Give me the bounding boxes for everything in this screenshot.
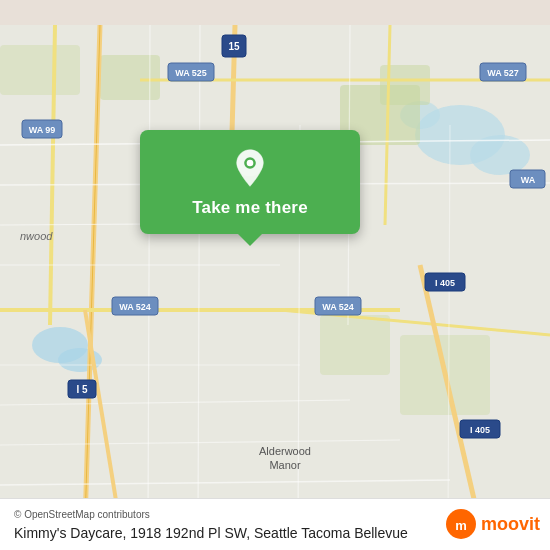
- take-me-there-popup[interactable]: Take me there: [140, 130, 360, 234]
- svg-text:nwood: nwood: [20, 230, 53, 242]
- moovit-logo: m moovit: [445, 508, 540, 540]
- take-me-there-button[interactable]: Take me there: [192, 198, 308, 218]
- svg-text:WA 524: WA 524: [119, 302, 151, 312]
- svg-text:Alderwood: Alderwood: [259, 445, 311, 457]
- svg-rect-8: [100, 55, 160, 100]
- svg-text:WA: WA: [521, 175, 536, 185]
- map-container: WA 525 WA 527 WA 99 15 WA 524 WA 524 I 4…: [0, 0, 550, 550]
- svg-rect-9: [0, 45, 80, 95]
- svg-text:WA 524: WA 524: [322, 302, 354, 312]
- svg-text:Manor: Manor: [269, 459, 301, 471]
- attribution-text: © OpenStreetMap contributors: [14, 509, 150, 520]
- svg-text:WA 527: WA 527: [487, 68, 519, 78]
- map-background: WA 525 WA 527 WA 99 15 WA 524 WA 524 I 4…: [0, 0, 550, 550]
- svg-rect-10: [320, 315, 390, 375]
- moovit-icon: m: [445, 508, 477, 540]
- svg-point-60: [247, 160, 254, 167]
- svg-text:WA 525: WA 525: [175, 68, 207, 78]
- location-title: Kimmy's Daycare, 1918 192nd Pl SW, Seatt…: [14, 525, 408, 541]
- location-pin-icon: [230, 148, 270, 188]
- svg-text:WA 99: WA 99: [29, 125, 56, 135]
- svg-text:15: 15: [228, 41, 240, 52]
- svg-text:I 5: I 5: [76, 384, 88, 395]
- svg-text:I 405: I 405: [435, 278, 455, 288]
- svg-text:I 405: I 405: [470, 425, 490, 435]
- moovit-brand-text: moovit: [481, 514, 540, 535]
- svg-text:m: m: [455, 518, 467, 533]
